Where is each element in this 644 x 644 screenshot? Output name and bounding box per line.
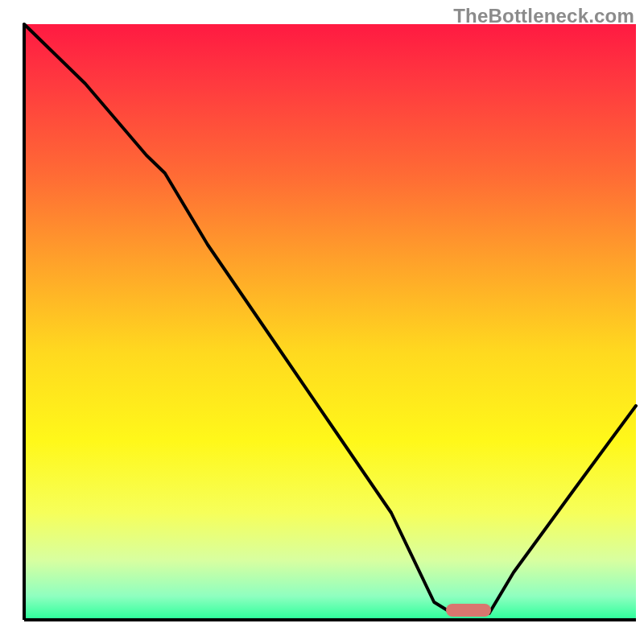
sweet-spot-marker	[446, 604, 491, 617]
watermark-text: TheBottleneck.com	[453, 5, 634, 27]
bottleneck-chart: TheBottleneck.com	[0, 0, 644, 644]
chart-svg	[0, 0, 644, 644]
